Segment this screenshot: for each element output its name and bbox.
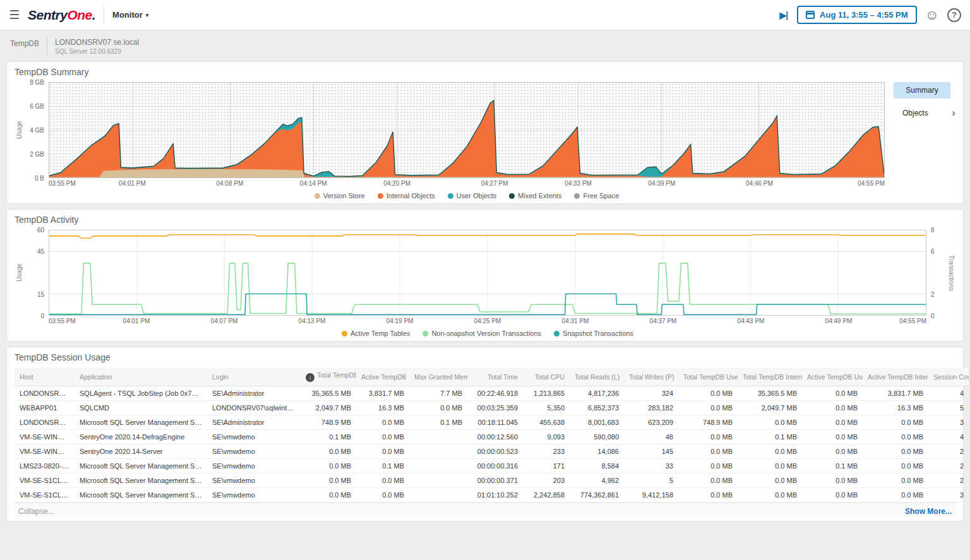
y-axis-label-left: Usage [15, 230, 23, 316]
table-cell: 00:00:00.371 [467, 474, 523, 488]
chevron-right-icon: › [952, 107, 955, 118]
column-header-label: Total TempDB [317, 371, 356, 379]
table-cell: 35,365.5 MB [738, 386, 802, 401]
column-header[interactable]: Total TempDB Internal [738, 367, 802, 386]
table-cell: 0.0 MB [802, 386, 863, 401]
column-header[interactable]: Total Writes (P) [624, 367, 678, 386]
table-cell: SE\Administrator [207, 386, 301, 401]
breadcrumb-target[interactable]: LONDONSRV07 se.local SQL Server 12.00.63… [55, 38, 139, 55]
x-tick-label: 04:14 PM [300, 180, 327, 187]
y-tick-label: 45 [37, 248, 44, 255]
panel-title: TempDB Session Usage [15, 352, 955, 362]
column-header[interactable]: Application [75, 367, 207, 386]
table-cell: SentryOne 2020.14-Server [75, 444, 207, 459]
menu-icon[interactable]: ☰ [9, 9, 20, 21]
table-cell: 233 [523, 444, 570, 459]
show-more-link[interactable]: Show More... [905, 507, 952, 516]
column-header[interactable]: Host [15, 367, 75, 386]
logo-sentry: Sentry [28, 8, 67, 22]
logo-one: One [67, 8, 92, 22]
table-row[interactable]: VM-SE-S1CLIENT1Microsoft SQL Server Mana… [15, 474, 969, 488]
x-tick-label: 04:27 PM [481, 180, 508, 187]
table-cell: 0.1 MB [802, 459, 863, 474]
table-cell: 0.0 MB [802, 430, 863, 444]
objects-label: Objects [902, 109, 928, 117]
table-row[interactable]: WEBAPP01SQLCMDLONDONSRV07\sqlwintasks2,0… [15, 401, 969, 415]
objects-tab-button[interactable]: Objects › [894, 106, 955, 119]
feedback-smiley-icon[interactable]: ☺ [925, 8, 939, 22]
table-cell: 2 [928, 459, 969, 474]
y-tick-label: 0 [931, 313, 935, 319]
column-header[interactable]: Total TempDB User [678, 367, 738, 386]
table-cell: 0.0 MB [863, 474, 928, 488]
table-cell: 0.0 MB [678, 401, 738, 415]
table-row[interactable]: LONDONSRV07Microsoft SQL Server Manageme… [15, 415, 969, 430]
table-row[interactable]: LMS23-0820-C83FMicrosoft SQL Server Mana… [15, 459, 969, 474]
x-tick-label: 04:37 PM [650, 318, 677, 325]
breadcrumb-section[interactable]: TempDB [10, 38, 39, 48]
table-cell: LONDONSRV07 [15, 386, 75, 401]
legend-dot-icon [509, 193, 515, 199]
date-range-button[interactable]: Aug 11, 3:55 – 4:55 PM [797, 6, 916, 24]
table-cell: 3,831.7 MB [356, 386, 409, 401]
table-cell: 455,638 [523, 415, 570, 430]
column-header[interactable]: Total Time [467, 367, 523, 386]
x-tick-label: 04:43 PM [738, 318, 765, 325]
table-cell: 0.0 MB [678, 488, 738, 503]
table-row[interactable]: VM-SE-WINMON1SentryOne 2020.14-ServerSE\… [15, 444, 969, 459]
table-cell: 0.0 MB [802, 444, 863, 459]
column-header-label: Active TempDB User [807, 373, 863, 381]
table-cell: SE\vmwdemo [207, 488, 301, 503]
x-tick-label: 04:20 PM [383, 180, 410, 187]
monitor-dropdown[interactable]: Monitor ▾ [112, 10, 148, 20]
table-cell: 0.0 MB [301, 459, 356, 474]
legend-item: Non-snapshot Version Transactions [422, 330, 541, 337]
tempdb-activity-panel: TempDB Activity Usage 6045150 03:55 PM04… [6, 209, 964, 342]
x-tick-label: 04:46 PM [746, 180, 773, 187]
legend-dot-icon [574, 193, 580, 199]
table-header-row: HostApplicationLogin↓Total TempDBActive … [15, 367, 969, 386]
help-icon[interactable]: ? [947, 8, 961, 22]
table-cell: 0.0 MB [301, 444, 356, 459]
table-cell: LONDONSRV07\sqlwintasks [207, 401, 301, 415]
column-header[interactable]: Active TempDB Internal [863, 367, 928, 386]
sort-desc-icon[interactable]: ↓ [306, 373, 314, 382]
column-header[interactable]: Login [207, 367, 301, 386]
column-header[interactable]: ↓Total TempDB [301, 367, 356, 386]
table-row[interactable]: LONDONSRV07SQLAgent - TSQL JobStep (Job … [15, 386, 969, 401]
column-header[interactable]: Max Granted Mem [409, 367, 467, 386]
table-cell: 0.0 MB [802, 415, 863, 430]
table-cell: 0.0 MB [301, 488, 356, 503]
summary-tab-button[interactable]: Summary [894, 82, 950, 98]
column-header[interactable]: Active TempDB [356, 367, 409, 386]
x-tick-label: 04:33 PM [565, 180, 592, 187]
table-cell: 00:18:11.045 [467, 415, 523, 430]
table-cell: SQLCMD [75, 401, 207, 415]
table-cell: 0.0 MB [738, 444, 802, 459]
collapse-link[interactable]: Collapse... [18, 507, 54, 516]
legend-label: Mixed Extents [518, 192, 561, 200]
tempdb-activity-chart[interactable] [49, 230, 926, 316]
table-cell: 283,182 [624, 401, 678, 415]
table-cell: 2 [928, 444, 969, 459]
table-row[interactable]: VM-SE-S1CLIENT1Microsoft SQL Server Mana… [15, 488, 969, 503]
legend-item: Mixed Extents [509, 192, 561, 200]
column-header[interactable]: Total Reads (L) [570, 367, 624, 386]
column-header-label: Total Writes (P) [629, 373, 674, 381]
column-header[interactable]: Session Count [928, 367, 969, 386]
table-row[interactable]: VM-SE-WINMON1SentryOne 2020.14-DefragEng… [15, 430, 969, 444]
x-tick-label: 04:25 PM [474, 318, 501, 325]
table-cell [409, 444, 467, 459]
table-cell: 0.0 MB [678, 386, 738, 401]
table-cell: 4,817,236 [570, 386, 624, 401]
jump-to-latest-icon[interactable]: ▶| [779, 10, 787, 20]
table-cell: 0.0 MB [863, 459, 928, 474]
column-header[interactable]: Active TempDB User [802, 367, 863, 386]
table-cell: Microsoft SQL Server Management Studio [75, 459, 207, 474]
table-cell: 2,049.7 MB [301, 401, 356, 415]
tempdb-summary-chart[interactable] [49, 82, 885, 178]
column-header[interactable]: Total CPU [523, 367, 570, 386]
column-header-label: Host [20, 373, 33, 381]
y-tick-label: 2 GB [30, 151, 44, 158]
table-cell: VM-SE-S1CLIENT1 [15, 474, 75, 488]
